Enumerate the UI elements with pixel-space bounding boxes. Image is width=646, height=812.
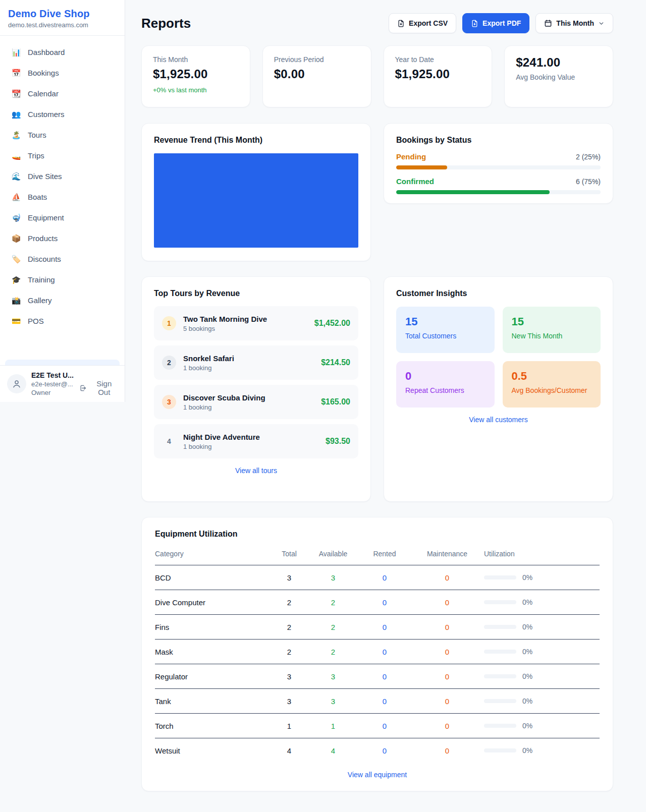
sidebar-item-pos[interactable]: 💳 POS (5, 311, 120, 331)
nav-item-icon: 📦 (11, 233, 21, 244)
sidebar-item-training[interactable]: 🎓 Training (5, 269, 120, 290)
top-tours-title: Top Tours by Revenue (154, 289, 358, 298)
equipment-maintenance: 0 (410, 640, 484, 664)
tour-name: Two Tank Morning Dive (183, 315, 267, 323)
export-csv-button[interactable]: Export CSV (389, 13, 456, 33)
equipment-maintenance: 0 (410, 590, 484, 615)
equipment-category: Mask (155, 640, 271, 664)
sidebar-user-section: E2E Test U... e2e-tester@... Owner Sign … (0, 365, 125, 402)
sidebar-item-dive-sites[interactable]: 🌊 Dive Sites (5, 166, 120, 187)
utilization-cell: 0% (484, 565, 600, 590)
nav-item-icon: 📸 (11, 295, 21, 306)
equipment-rented: 0 (359, 565, 410, 590)
sign-out-button[interactable]: Sign Out (79, 379, 118, 396)
export-pdf-button[interactable]: Export PDF (462, 13, 529, 33)
insight-label: Total Customers (405, 332, 486, 340)
logout-icon (79, 384, 87, 392)
status-label: Confirmed (396, 177, 434, 186)
sidebar-item-calendar[interactable]: 📆 Calendar (5, 83, 120, 104)
rank-badge: 2 (162, 356, 176, 370)
sign-out-label: Sign Out (91, 379, 118, 396)
status-count: 6 (75%) (576, 178, 601, 186)
tour-list-item[interactable]: 2 Snorkel Safari 1 booking $214.50 (154, 345, 358, 380)
revenue-trend-title: Revenue Trend (This Month) (154, 136, 358, 145)
sidebar-item-gallery[interactable]: 📸 Gallery (5, 290, 120, 311)
sidebar-item-customers[interactable]: 👥 Customers (5, 104, 120, 125)
equipment-table-row: BCD 3 3 0 0 0% (155, 565, 600, 590)
sidebar-item-tours[interactable]: 🏝️ Tours (5, 125, 120, 145)
utilization-cell: 0% (484, 738, 600, 763)
tour-list-item[interactable]: 1 Two Tank Morning Dive 5 bookings $1,45… (154, 306, 358, 340)
column-header-category: Category (155, 545, 271, 565)
view-all-customers-link[interactable]: View all customers (396, 416, 601, 424)
sidebar-item-equipment[interactable]: 🤿 Equipment (5, 207, 120, 228)
tour-list-item[interactable]: 4 Night Dive Adventure 1 booking $93.50 (154, 424, 358, 458)
equipment-available: 3 (307, 565, 359, 590)
sidebar-item-dashboard[interactable]: 📊 Dashboard (5, 42, 120, 63)
status-rows: Pending 2 (25%) Confirmed 6 (75%) (396, 152, 601, 194)
stat-label: Previous Period (274, 55, 360, 64)
view-all-tours-link[interactable]: View all tours (154, 467, 358, 475)
user-name: E2E Test U... (31, 371, 74, 379)
utilization-bar-track (484, 724, 516, 728)
page-title: Reports (141, 16, 191, 31)
export-csv-label: Export CSV (409, 19, 448, 27)
equipment-available: 1 (307, 714, 359, 738)
equipment-table: CategoryTotalAvailableRentedMaintenanceU… (155, 545, 600, 763)
sidebar-item-bookings[interactable]: 📅 Bookings (5, 63, 120, 83)
nav-item-label: Customers (28, 109, 65, 120)
utilization-percent: 0% (522, 648, 532, 656)
period-label: This Month (556, 19, 594, 27)
insight-tiles: 15 Total Customers 15 New This Month 0 R… (396, 307, 601, 408)
stat-value: $1,925.00 (153, 67, 239, 81)
avatar (7, 374, 26, 393)
nav-item-icon: ⛵ (11, 192, 21, 202)
utilization-bar-track (484, 600, 516, 604)
status-bar-track (396, 190, 601, 194)
tour-bookings: 1 booking (183, 403, 265, 411)
rank-badge: 3 (162, 395, 176, 409)
sidebar-item-products[interactable]: 📦 Products (5, 228, 120, 249)
equipment-rented: 0 (359, 689, 410, 714)
sidebar-item-reports-active-partial[interactable] (5, 360, 120, 365)
utilization-cell: 0% (484, 664, 600, 688)
tour-revenue: $165.00 (321, 397, 350, 407)
nav-item-icon: 🤿 (11, 212, 21, 223)
tour-bookings: 1 booking (183, 364, 234, 372)
equipment-category: Regulator (155, 664, 271, 689)
equipment-total: 1 (271, 714, 307, 738)
stat-cards: This Month $1,925.00 +0% vs last month P… (141, 45, 613, 107)
column-header-utilization: Utilization (484, 545, 600, 565)
sidebar-nav: 📊 Dashboard 📅 Bookings 📆 Calendar 👥 Cust… (0, 36, 125, 360)
view-all-equipment-link[interactable]: View all equipment (155, 771, 600, 779)
equipment-total: 2 (271, 640, 307, 664)
equipment-table-row: Fins 2 2 0 0 0% (155, 615, 600, 640)
tour-name: Night Dive Adventure (183, 433, 260, 441)
utilization-percent: 0% (522, 746, 532, 755)
insight-tile: 0.5 Avg Bookings/Customer (503, 361, 601, 408)
stat-card: Year to Date $1,925.00 (384, 45, 493, 107)
equipment-category: Fins (155, 615, 271, 640)
sidebar-item-boats[interactable]: ⛵ Boats (5, 187, 120, 207)
bookings-by-status-card: Bookings by Status Pending 2 (25%) Confi… (384, 123, 613, 204)
insight-label: Repeat Customers (405, 386, 486, 394)
rank-badge: 1 (162, 316, 176, 330)
brand-domain: demo.test.divestreams.com (8, 21, 117, 29)
sidebar-item-trips[interactable]: 🚤 Trips (5, 145, 120, 166)
tour-list-item[interactable]: 3 Discover Scuba Diving 1 booking $165.0… (154, 385, 358, 419)
status-bar-fill (396, 190, 550, 194)
file-download-icon (397, 20, 405, 27)
utilization-bar-track (484, 625, 516, 629)
utilization-percent: 0% (522, 573, 532, 582)
utilization-bar-track (484, 650, 516, 654)
tour-revenue: $214.50 (321, 358, 350, 367)
customer-insights-card: Customer Insights 15 Total Customers 15 … (384, 276, 613, 502)
nav-item-label: Boats (28, 192, 47, 202)
nav-item-label: Products (28, 233, 58, 244)
sidebar-item-discounts[interactable]: 🏷️ Discounts (5, 249, 120, 269)
stat-card: Previous Period $0.00 (262, 45, 371, 107)
period-dropdown[interactable]: This Month (535, 13, 613, 33)
tour-bookings: 1 booking (183, 443, 260, 450)
stat-value: $1,925.00 (395, 67, 481, 81)
stat-label: This Month (153, 55, 239, 64)
